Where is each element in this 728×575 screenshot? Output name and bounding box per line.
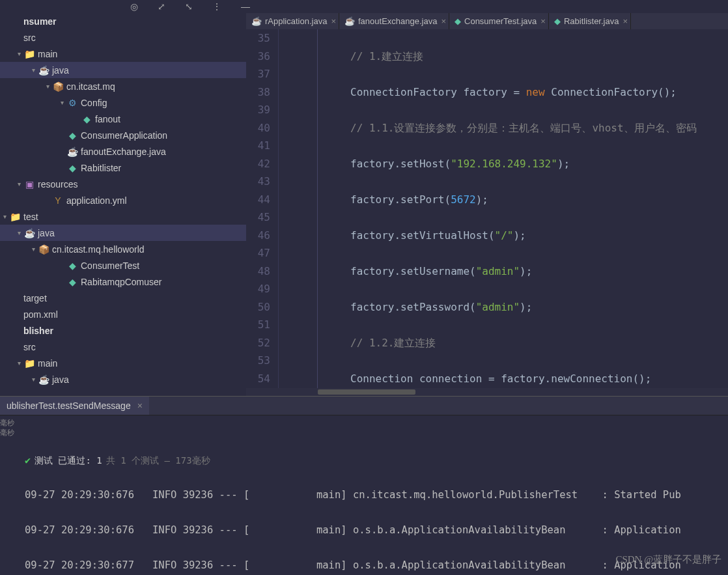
chevron-icon[interactable]: ▾ — [14, 229, 23, 236]
code-comment: // 1.2.建立连接 — [350, 337, 436, 349]
log-line: 09-27 20:29:30:676 INFO 39236 --- [ main… — [25, 486, 723, 504]
close-icon[interactable]: × — [137, 400, 143, 411]
tree-label: Config — [81, 98, 107, 108]
file-icon: 📁 — [23, 49, 35, 59]
console-output[interactable]: ✔ 测试 已通过: 1 共 1 个测试 – 173毫秒 09-27 20:29:… — [20, 415, 728, 575]
tree-item[interactable]: src — [0, 339, 246, 355]
tree-item[interactable]: ▾▣resources — [0, 176, 246, 192]
code-editor[interactable]: 3536373839404142434445464748495051525354… — [246, 29, 728, 388]
line-number: 50 — [246, 298, 270, 316]
line-number: 43 — [246, 173, 270, 191]
editor-hscrollbar[interactable] — [246, 388, 728, 396]
code-string: "admin" — [476, 301, 520, 313]
tree-label: ConsumerTest — [81, 260, 139, 271]
tree-item[interactable]: ◆Rabitlister — [0, 160, 246, 176]
tree-item[interactable]: ▾☕java — [0, 62, 246, 78]
line-number: 44 — [246, 191, 270, 209]
tree-item[interactable]: ☕fanoutExchange.java — [0, 143, 246, 160]
target-icon[interactable]: ◎ — [130, 1, 138, 12]
tree-label: main — [38, 49, 57, 59]
tree-label: java — [52, 65, 69, 76]
code-text: ConnectionFactory factory = — [350, 86, 526, 98]
code-text: Connection connection = factory.newConne… — [350, 372, 651, 385]
tree-item[interactable]: ◆RabitamqpComuser — [0, 273, 246, 290]
file-icon: ⚙ — [66, 98, 78, 108]
tree-item[interactable]: pom.xml — [0, 306, 246, 322]
chevron-icon[interactable]: ▾ — [14, 50, 23, 57]
tab-label: Rabitlister.java — [564, 16, 619, 26]
tab-label: rApplication.java — [265, 16, 327, 26]
close-icon[interactable]: × — [441, 16, 446, 26]
code-text: factory.setHost( — [350, 158, 451, 170]
tree-item[interactable]: ▾📁main — [0, 355, 246, 371]
tree-label: cn.itcast.mq.helloworld — [52, 244, 145, 255]
tree-item[interactable]: nsumer — [0, 13, 246, 29]
expand-icon[interactable]: ⤢ — [158, 1, 165, 12]
test-pass-text: 测试 已通过: 1 — [35, 453, 102, 468]
editor-tab[interactable]: ☕rApplication.java× — [246, 13, 339, 29]
line-number: 51 — [246, 316, 270, 334]
file-icon: ☕ — [251, 16, 262, 26]
run-tab-label: ublisherTest.testSendMessage — [7, 400, 131, 411]
tree-item[interactable]: ▾📁test — [0, 208, 246, 225]
line-number: 39 — [246, 101, 270, 119]
tree-label: fanoutExchange.java — [81, 147, 166, 157]
tree-item[interactable]: ▾☕java — [0, 225, 246, 241]
tree-item[interactable]: ◆fanout — [0, 111, 246, 127]
tree-item[interactable]: ▾☕java — [0, 371, 246, 387]
tree-item[interactable]: ◆ConsumerTest — [0, 257, 246, 273]
tree-item[interactable]: Yapplication.yml — [0, 192, 246, 208]
file-icon: ☕ — [38, 374, 49, 385]
tree-item[interactable]: ▾📦cn.itcast.mq — [0, 78, 246, 94]
collapse-icon[interactable]: ⤡ — [185, 1, 193, 12]
close-icon[interactable]: × — [331, 16, 336, 26]
code-text: ); — [520, 265, 532, 277]
code-content[interactable]: // 1.建立连接 ConnectionFactory factory = ne… — [318, 29, 728, 388]
chevron-icon[interactable]: ▾ — [0, 213, 9, 220]
code-keyword: new — [526, 86, 545, 98]
chevron-icon[interactable]: ▾ — [29, 66, 38, 74]
close-icon[interactable]: × — [623, 16, 628, 26]
chevron-icon[interactable]: ▾ — [29, 376, 38, 383]
tree-item[interactable]: ▾📦cn.itcast.mq.helloworld — [0, 241, 246, 257]
code-text: factory.setPassword( — [350, 301, 476, 313]
tree-item[interactable]: ▾📁main — [0, 46, 246, 62]
close-icon[interactable]: × — [540, 16, 546, 26]
code-comment: // 1.1.设置连接参数，分别是：主机名、端口号、vhost、用户名、密码 — [350, 122, 697, 134]
check-icon: ✔ — [25, 453, 31, 468]
more-icon[interactable]: ⋮ — [212, 1, 221, 12]
tree-label: cn.itcast.mq — [66, 81, 115, 92]
run-tab[interactable]: ublisherTest.testSendMessage × — [0, 397, 149, 415]
chevron-icon[interactable]: ▾ — [14, 180, 23, 188]
toolbar: ◎ ⤢ ⤡ ⋮ — — [0, 0, 728, 13]
line-number: 48 — [246, 262, 270, 281]
tree-item[interactable]: target — [0, 290, 246, 306]
chevron-icon[interactable]: ▾ — [57, 99, 66, 106]
project-tree[interactable]: nsumersrc▾📁main▾☕java▾📦cn.itcast.mq▾⚙Con… — [0, 13, 246, 396]
file-icon: ▣ — [23, 179, 35, 189]
code-string: "/" — [495, 229, 514, 242]
chevron-icon[interactable]: ▾ — [43, 83, 52, 90]
line-number: 49 — [246, 280, 270, 298]
code-text: ); — [513, 229, 525, 242]
file-icon: ☕ — [23, 228, 35, 238]
minimize-icon[interactable]: — — [241, 1, 250, 12]
line-number: 37 — [246, 65, 270, 83]
tree-item[interactable]: ▾⚙Config — [0, 94, 246, 111]
tree-label: blisher — [23, 326, 53, 336]
tree-item[interactable]: src — [0, 29, 246, 46]
console: 毫秒 毫秒 ✔ 测试 已通过: 1 共 1 个测试 – 173毫秒 09-27 … — [0, 415, 728, 575]
tab-label: ConsumerTest.java — [464, 16, 537, 26]
editor-tab[interactable]: ◆Rabitlister.java× — [549, 13, 631, 29]
tree-item[interactable]: blisher — [0, 322, 246, 339]
chevron-icon[interactable]: ▾ — [29, 245, 38, 253]
chevron-icon[interactable]: ▾ — [14, 359, 23, 367]
log-line: 09-27 20:29:30:676 INFO 39236 --- [ main… — [25, 522, 723, 539]
file-icon: ◆ — [66, 130, 78, 141]
editor-tab[interactable]: ◆ConsumerTest.java× — [449, 13, 549, 29]
tree-item[interactable]: ◆ConsumerApplication — [0, 127, 246, 143]
file-icon: ◆ — [66, 277, 78, 287]
editor-tab[interactable]: ☕fanoutExchange.java× — [339, 13, 449, 29]
code-string: "192.168.249.132" — [451, 158, 557, 170]
tree-label: resources — [38, 179, 77, 189]
